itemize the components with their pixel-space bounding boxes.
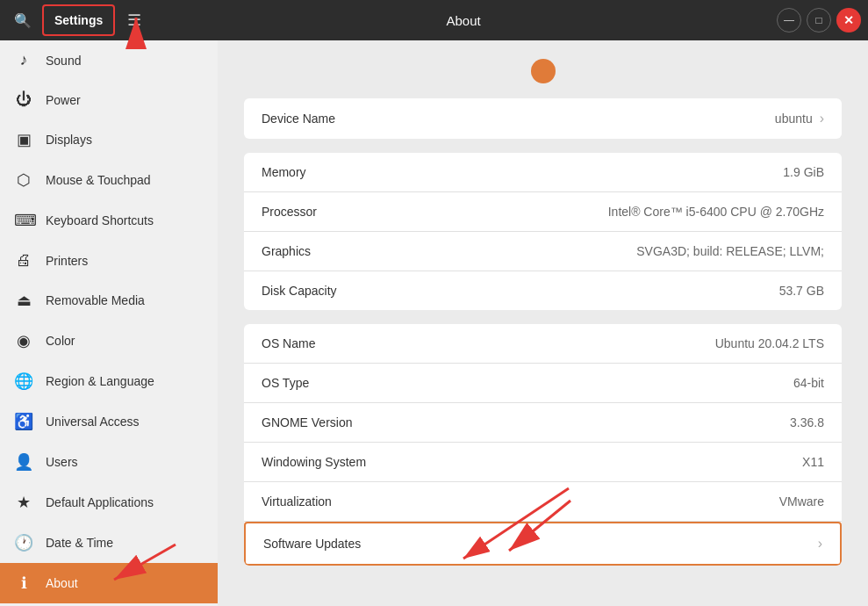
sidebar-label-mouse-touchpad: Mouse & Touchpad <box>46 173 151 187</box>
titlebar-left: 🔍 Settings ☰ <box>7 4 150 36</box>
sidebar-label-sound: Sound <box>46 54 81 68</box>
label-graphics: Graphics <box>262 244 311 258</box>
row-virtualization: VirtualizationVMware <box>244 482 842 522</box>
row-os-name: OS NameUbuntu 20.04.2 LTS <box>244 324 842 364</box>
sidebar-label-power: Power <box>46 93 81 107</box>
value-text-disk-capacity: 53.7 GB <box>779 284 824 298</box>
sidebar-label-universal-access: Universal Access <box>46 415 140 429</box>
sound-icon: ♪ <box>14 51 33 69</box>
close-button[interactable]: ✕ <box>836 8 861 32</box>
label-os-type: OS Type <box>262 376 309 390</box>
row-os-type: OS Type64-bit <box>244 364 842 403</box>
value-text-graphics: SVGA3D; build: RELEASE; LLVM; <box>636 244 824 258</box>
sidebar-item-power[interactable]: ⏻Power <box>0 80 218 119</box>
window-controls: — □ ✕ <box>777 8 861 32</box>
label-virtualization: Virtualization <box>262 494 332 509</box>
date-time-icon: 🕐 <box>14 533 33 552</box>
minimize-button[interactable]: — <box>777 8 801 32</box>
sidebar-item-date-time[interactable]: 🕐Date & Time <box>0 523 218 563</box>
row-windowing-system: Windowing SystemX11 <box>244 443 842 482</box>
sidebar-label-about: About <box>46 576 78 590</box>
keyboard-shortcuts-icon: ⌨ <box>14 211 33 230</box>
users-icon: 👤 <box>14 452 33 472</box>
label-software-updates: Software Updates <box>263 537 361 551</box>
sidebar-label-keyboard-shortcuts: Keyboard Shortcuts <box>46 213 154 227</box>
minimize-icon: — <box>784 14 794 26</box>
value-os-name: Ubuntu 20.04.2 LTS <box>715 336 824 350</box>
region-language-icon: 🌐 <box>14 372 33 391</box>
power-icon: ⏻ <box>14 90 33 109</box>
info-card: OS NameUbuntu 20.04.2 LTSOS Type64-bitGN… <box>244 324 842 566</box>
value-text-device-name: ubuntu <box>775 112 813 126</box>
maximize-button[interactable]: □ <box>807 8 831 32</box>
color-icon: ◉ <box>14 331 33 350</box>
displays-icon: ▣ <box>14 130 33 149</box>
profile-area <box>244 58 842 98</box>
label-windowing-system: Windowing System <box>262 455 366 469</box>
sidebar-item-removable-media[interactable]: ⏏Removable Media <box>0 280 218 321</box>
sidebar-item-universal-access[interactable]: ♿Universal Access <box>0 401 218 442</box>
mouse-touchpad-icon: ⬡ <box>14 170 33 190</box>
about-icon: ℹ <box>14 574 33 593</box>
sidebar-label-default-applications: Default Applications <box>46 495 154 509</box>
sidebar-label-displays: Displays <box>46 133 92 147</box>
chevron-icon-software-updates: › <box>818 536 822 552</box>
sidebar-item-color[interactable]: ◉Color <box>0 321 218 361</box>
value-disk-capacity: 53.7 GB <box>779 284 824 298</box>
chevron-icon-device-name: › <box>820 111 824 126</box>
menu-button[interactable]: ☰ <box>118 4 150 36</box>
removable-media-icon: ⏏ <box>14 291 33 310</box>
sidebar-item-keyboard-shortcuts[interactable]: ⌨Keyboard Shortcuts <box>0 200 218 241</box>
value-processor: Intel® Core™ i5-6400 CPU @ 2.70GHz <box>608 205 824 219</box>
value-os-type: 64-bit <box>793 376 824 390</box>
content-area: Device Nameubuntu›Memory1.9 GiBProcessor… <box>218 40 868 606</box>
sidebar-item-default-applications[interactable]: ★Default Applications <box>0 482 218 523</box>
row-memory: Memory1.9 GiB <box>244 153 842 192</box>
search-icon: 🔍 <box>14 12 32 29</box>
sidebar-item-sound[interactable]: ♪Sound <box>0 40 218 80</box>
sidebar-label-color: Color <box>46 334 75 348</box>
sidebar-item-mouse-touchpad[interactable]: ⬡Mouse & Touchpad <box>0 160 218 200</box>
value-device-name: ubuntu› <box>775 111 824 126</box>
window-title: About <box>150 13 777 28</box>
label-processor: Processor <box>262 205 317 219</box>
universal-access-icon: ♿ <box>14 412 33 431</box>
value-memory: 1.9 GiB <box>783 165 824 179</box>
app-window: 🔍 Settings ☰ About — □ ✕ ♪Sound⏻Power▣Di… <box>0 0 868 606</box>
label-os-name: OS Name <box>262 336 315 350</box>
info-card: Memory1.9 GiBProcessorIntel® Core™ i5-64… <box>244 153 842 310</box>
sidebar-label-region-language: Region & Language <box>46 374 154 388</box>
row-device-name[interactable]: Device Nameubuntu› <box>244 98 842 139</box>
value-windowing-system: X11 <box>802 455 824 469</box>
sidebar-item-printers[interactable]: 🖨Printers <box>0 241 218 280</box>
value-text-processor: Intel® Core™ i5-6400 CPU @ 2.70GHz <box>608 205 824 219</box>
sidebar-item-users[interactable]: 👤Users <box>0 442 218 482</box>
titlebar: 🔍 Settings ☰ About — □ ✕ <box>0 0 868 40</box>
settings-button[interactable]: Settings <box>42 4 115 36</box>
value-gnome-version: 3.36.8 <box>790 415 824 429</box>
row-graphics: GraphicsSVGA3D; build: RELEASE; LLVM; <box>244 232 842 271</box>
value-text-os-name: Ubuntu 20.04.2 LTS <box>715 336 824 350</box>
close-icon: ✕ <box>843 13 854 27</box>
row-processor: ProcessorIntel® Core™ i5-6400 CPU @ 2.70… <box>244 192 842 232</box>
row-gnome-version: GNOME Version3.36.8 <box>244 403 842 443</box>
label-gnome-version: GNOME Version <box>262 415 352 429</box>
value-text-windowing-system: X11 <box>802 455 824 469</box>
value-text-memory: 1.9 GiB <box>783 165 824 179</box>
sidebar-item-about[interactable]: ℹAbout <box>0 563 218 603</box>
value-text-virtualization: VMware <box>779 494 824 509</box>
main-area: ♪Sound⏻Power▣Displays⬡Mouse & Touchpad⌨K… <box>0 40 868 606</box>
sidebar-label-users: Users <box>46 455 78 469</box>
sidebar-label-date-time: Date & Time <box>46 536 113 550</box>
value-virtualization: VMware <box>779 494 824 509</box>
sidebar-label-printers: Printers <box>46 254 88 268</box>
value-graphics: SVGA3D; build: RELEASE; LLVM; <box>636 244 824 258</box>
row-software-updates[interactable]: Software Updates› <box>244 522 842 566</box>
sidebar-label-removable-media: Removable Media <box>46 293 145 307</box>
svg-point-3 <box>531 59 556 83</box>
sidebar-item-displays[interactable]: ▣Displays <box>0 119 218 160</box>
maximize-icon: □ <box>815 14 821 26</box>
row-disk-capacity: Disk Capacity53.7 GB <box>244 271 842 310</box>
search-button[interactable]: 🔍 <box>7 4 39 36</box>
sidebar-item-region-language[interactable]: 🌐Region & Language <box>0 361 218 401</box>
